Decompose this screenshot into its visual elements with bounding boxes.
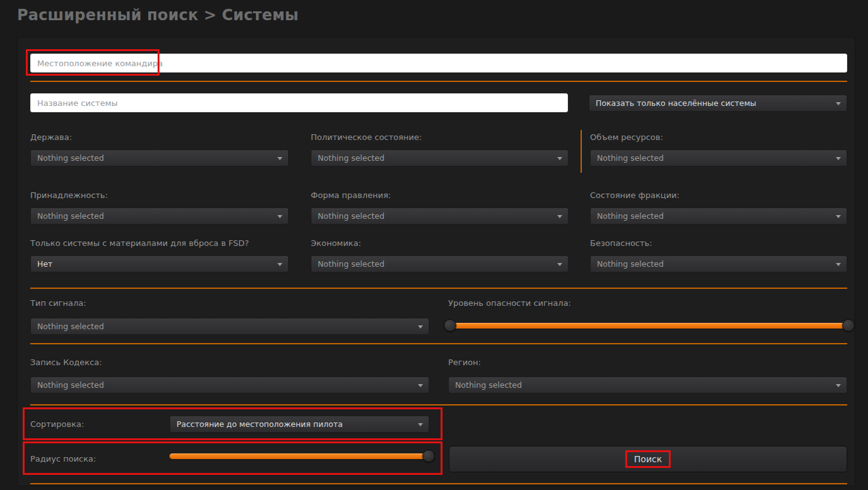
sort-dropdown[interactable]: Расстояние до местоположения пилота xyxy=(170,416,429,433)
economy-dropdown[interactable]: Nothing selected xyxy=(311,255,569,272)
political-state-dropdown[interactable]: Nothing selected xyxy=(311,149,569,166)
chevron-down-icon xyxy=(418,384,423,387)
radius-handle[interactable] xyxy=(422,450,435,462)
slider-track xyxy=(449,323,849,329)
search-radius-slider[interactable] xyxy=(164,449,435,463)
signal-threat-label: Уровень опасности сигнала: xyxy=(448,298,571,308)
filter-fsd-materials: Только системы с материалами для вброса … xyxy=(30,238,289,272)
fsd-materials-dropdown[interactable]: Нет xyxy=(30,255,289,272)
search-radius-label: Радиус поиска: xyxy=(30,454,96,464)
advanced-search-page: Расширенный поиск > Системы Показать тол… xyxy=(0,0,868,490)
faction-state-label: Состояние фракции: xyxy=(590,190,847,201)
chevron-down-icon xyxy=(418,423,423,426)
filter-security: Безопасность: Nothing selected xyxy=(590,238,847,272)
codex-entry-dropdown[interactable]: Nothing selected xyxy=(30,376,429,394)
security-label: Безопасность: xyxy=(590,238,847,249)
faction-state-dropdown[interactable]: Nothing selected xyxy=(590,207,847,225)
slider-track xyxy=(170,453,429,459)
region-label: Регион: xyxy=(448,358,481,367)
sort-label: Сортировка: xyxy=(30,419,84,429)
codex-entry-label: Запись Кодекса: xyxy=(30,358,102,367)
power-dropdown[interactable]: Nothing selected xyxy=(30,149,289,166)
section-divider xyxy=(30,288,847,289)
filter-government: Форма правления: Nothing selected xyxy=(311,190,569,225)
filter-power: Держава: Nothing selected xyxy=(30,132,289,166)
political-state-label: Политическое состояние: xyxy=(311,132,569,143)
resources-label: Объем ресурсов: xyxy=(590,132,847,143)
threat-min-handle[interactable] xyxy=(444,319,456,332)
filter-faction-state: Состояние фракции: Nothing selected xyxy=(590,190,847,225)
resources-dropdown[interactable]: Nothing selected xyxy=(590,149,847,166)
page-title: Расширенный поиск > Системы xyxy=(17,6,299,24)
search-button-label: Поиск xyxy=(625,450,671,468)
chevron-down-icon xyxy=(557,215,562,218)
threat-max-handle[interactable] xyxy=(842,319,855,332)
power-label: Держава: xyxy=(30,132,289,143)
economy-label: Экономика: xyxy=(311,238,569,249)
section-divider xyxy=(30,343,847,344)
section-divider xyxy=(30,81,847,82)
threat-level-slider[interactable] xyxy=(444,318,855,332)
chevron-down-icon xyxy=(836,102,841,105)
chevron-down-icon xyxy=(418,325,423,329)
section-divider xyxy=(30,404,847,405)
commander-location-input[interactable] xyxy=(30,54,847,73)
allegiance-label: Принадлежность: xyxy=(30,190,289,201)
government-label: Форма правления: xyxy=(311,190,569,201)
chevron-down-icon xyxy=(836,384,841,387)
resources-group-divider xyxy=(581,130,582,173)
section-divider xyxy=(30,483,847,484)
filter-resources: Объем ресурсов: Nothing selected xyxy=(590,132,847,166)
chevron-down-icon xyxy=(277,215,282,218)
allegiance-dropdown[interactable]: Nothing selected xyxy=(30,207,289,225)
populated-systems-dropdown[interactable]: Показать только населённые системы xyxy=(589,95,847,112)
security-dropdown[interactable]: Nothing selected xyxy=(590,255,847,272)
system-name-input[interactable] xyxy=(30,93,568,112)
search-button[interactable]: Поиск xyxy=(449,446,847,472)
chevron-down-icon xyxy=(836,157,841,160)
chevron-down-icon xyxy=(277,263,282,266)
chevron-down-icon xyxy=(836,215,841,218)
signal-type-label: Тип сигнала: xyxy=(30,298,86,308)
populated-systems-value: Показать только населённые системы xyxy=(596,98,756,108)
search-panel: Показать только населённые системы Держа… xyxy=(17,37,855,486)
filter-economy: Экономика: Nothing selected xyxy=(311,238,569,272)
filter-allegiance: Принадлежность: Nothing selected xyxy=(30,190,289,225)
region-dropdown[interactable]: Nothing selected xyxy=(448,376,847,394)
filter-political-state: Политическое состояние: Nothing selected xyxy=(311,132,569,166)
chevron-down-icon xyxy=(557,157,562,160)
chevron-down-icon xyxy=(277,157,282,160)
fsd-materials-label: Только системы с материалами для вброса … xyxy=(30,238,289,249)
chevron-down-icon xyxy=(836,263,841,266)
signal-type-dropdown[interactable]: Nothing selected xyxy=(30,318,429,335)
government-dropdown[interactable]: Nothing selected xyxy=(311,207,569,225)
chevron-down-icon xyxy=(557,263,562,266)
